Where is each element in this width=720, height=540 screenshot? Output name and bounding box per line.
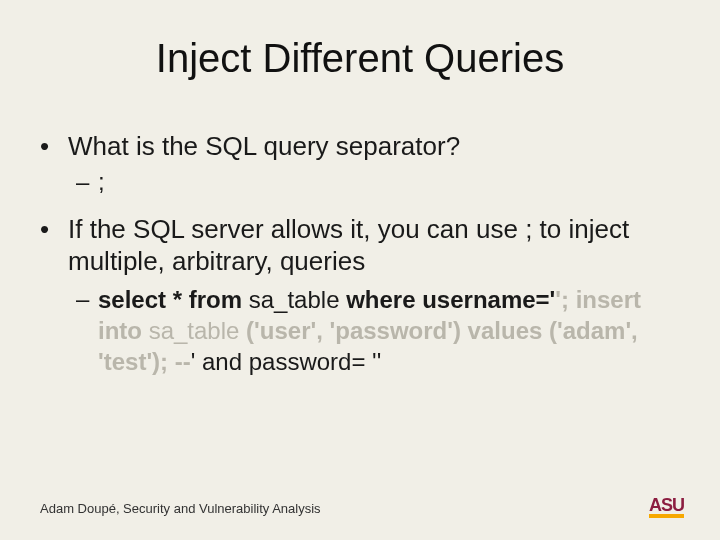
bullet-2a-text: select * from sa_table where username=''… [98,284,680,378]
code-plain: ' and password= '' [191,348,382,375]
code-injected-plain: sa_table [149,317,240,344]
bullet-dot: • [40,213,68,278]
bullet-dash: – [76,167,98,197]
bullet-2a: – select * from sa_table where username=… [76,284,680,378]
slide-body: • What is the SQL query separator? – ; •… [40,130,680,377]
bullet-2: • If the SQL server allows it, you can u… [40,213,680,278]
bullet-1a-text: ; [98,167,680,197]
bullet-1: • What is the SQL query separator? [40,130,680,163]
bullet-dash: – [76,284,98,378]
bullet-dot: • [40,130,68,163]
code-strong: where username=' [339,286,555,313]
code-plain: sa_table [249,286,340,313]
bullet-1-text: What is the SQL query separator? [68,130,680,163]
bullet-1a: – ; [76,167,680,197]
footer-text: Adam Doupé, Security and Vulnerability A… [40,501,321,516]
asu-logo: ASU [649,497,684,518]
asu-logo-text: ASU [649,497,684,518]
bullet-2-text: If the SQL server allows it, you can use… [68,213,680,278]
slide-title: Inject Different Queries [0,36,720,81]
slide: Inject Different Queries • What is the S… [0,0,720,540]
code-strong: select * from [98,286,249,313]
